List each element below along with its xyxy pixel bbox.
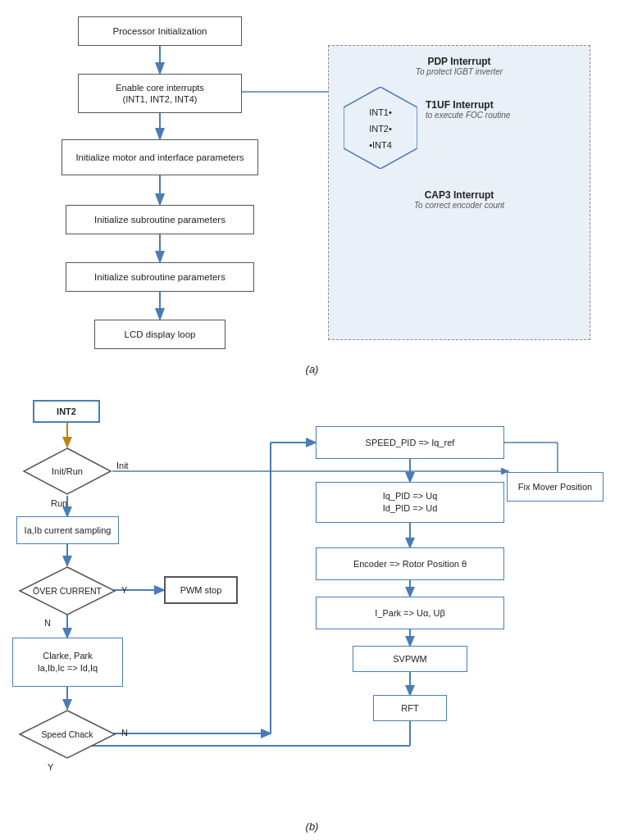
- pwm-stop-box: PWM stop: [164, 576, 238, 604]
- svg-text:INT1•: INT1•: [369, 107, 392, 117]
- enable-int-box: Enable core interrupts(INT1, INT2, INT4): [78, 74, 242, 113]
- speed-n-label: N: [121, 728, 128, 738]
- init-run-diamond: Init/Run: [22, 447, 112, 496]
- run-label: Run: [51, 498, 67, 508]
- encoder-box: Encoder => Rotor Position θ: [316, 547, 504, 580]
- speed-check-diamond: Speed Chack: [18, 709, 116, 760]
- diagram-b: INT2 Init/Run Init Run Ia,Ib current sam…: [0, 393, 624, 836]
- t1uf-title: T1UF Interrupt: [426, 99, 510, 111]
- rft-box: RFT: [373, 695, 447, 721]
- i-park-box: I_Park => Uα, Uβ: [316, 597, 504, 629]
- pdp-interrupt-title: PDP Interrupt: [335, 56, 583, 67]
- hexagon-shape: INT1• INT2• •INT4: [344, 87, 417, 169]
- init-sub1-box: Initialize subroutine parameters: [66, 205, 254, 234]
- diagram-b-label: (b): [0, 820, 624, 833]
- clarke-park-box: Clarke, ParkIa,Ib,Ic => Id,Iq: [12, 638, 123, 687]
- lcd-loop-box: LCD display loop: [94, 320, 225, 349]
- init-motor-box: Initialize motor and interface parameter…: [61, 139, 258, 175]
- init-label: Init: [116, 461, 129, 470]
- svpwm-box: SVPWM: [353, 646, 467, 672]
- iq-pid-box: Iq_PID => UqId_PID => Ud: [316, 482, 504, 523]
- pdp-interrupt-subtitle: To protect IGBT inverter: [335, 67, 583, 76]
- cap3-subtitle: To correct encoder count: [335, 201, 583, 210]
- current-sampling-box: Ia,Ib current sampling: [16, 516, 119, 544]
- int2-box: INT2: [33, 400, 100, 423]
- speed-y-label: Y: [48, 762, 53, 772]
- speed-pid-box: SPEED_PID => Iq_ref: [316, 426, 504, 459]
- t1uf-subtitle: to execute FOC routine: [426, 111, 510, 120]
- proc-init-box: Processor Initialization: [78, 16, 242, 46]
- interrupt-box: PDP Interrupt To protect IGBT inverter I…: [328, 45, 590, 340]
- over-current-y-label: Y: [121, 585, 127, 595]
- init-sub2-box: Initialize subroutine parameters: [66, 262, 254, 292]
- over-current-diamond: ÖVER CURRENT: [18, 565, 116, 616]
- svg-text:•INT4: •INT4: [369, 140, 392, 150]
- fix-mover-box: Fix Mover Position: [507, 472, 604, 502]
- diagram-a: Processor Initialization Enable core int…: [0, 0, 624, 385]
- svg-text:INT2•: INT2•: [369, 124, 392, 134]
- over-current-n-label: N: [44, 618, 51, 628]
- diagram-a-label: (a): [0, 363, 624, 375]
